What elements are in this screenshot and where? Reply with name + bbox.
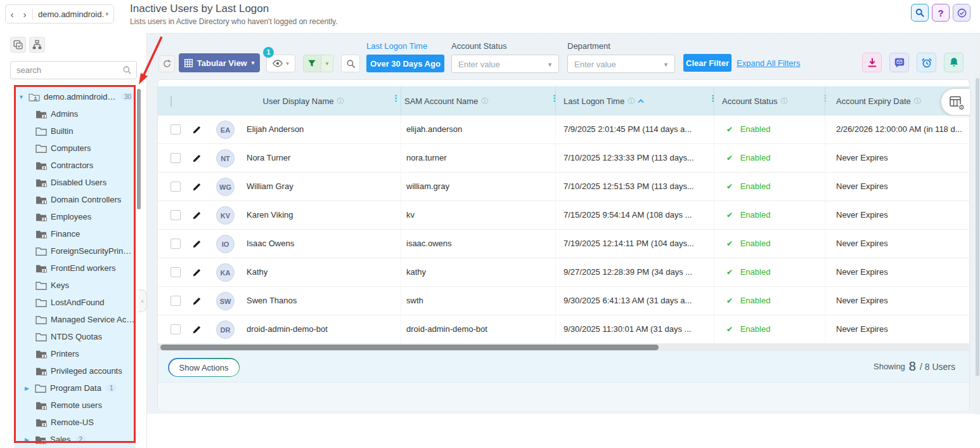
sidebar-scrollbar[interactable] bbox=[137, 89, 141, 209]
sidebar-search-input[interactable] bbox=[16, 62, 118, 78]
column-header-user-display-name[interactable]: User Display Nameⓘ bbox=[206, 86, 401, 115]
column-menu-icon[interactable]: ⋮ bbox=[392, 95, 400, 101]
filter-label: Department bbox=[567, 41, 675, 51]
info-icon[interactable]: ⓘ bbox=[337, 96, 344, 106]
tree-item[interactable]: ▼ demo.admindroid.local 30 bbox=[15, 88, 135, 105]
row-checkbox[interactable] bbox=[171, 296, 181, 306]
tree-item[interactable]: Remote-US bbox=[15, 414, 135, 431]
department-select[interactable]: Enter value ▼ bbox=[567, 55, 675, 73]
tree-item[interactable]: FrontEnd workers bbox=[15, 260, 135, 277]
info-icon[interactable]: ⓘ bbox=[780, 96, 787, 106]
tree-item[interactable]: ForeignSecurityPrincipals bbox=[15, 242, 135, 260]
info-icon[interactable]: ⓘ bbox=[628, 96, 635, 106]
table-row[interactable]: NT Nora Turner nora.turner 7/10/2025 12:… bbox=[158, 144, 969, 173]
nav-forward-icon[interactable]: › bbox=[18, 9, 31, 20]
table-search-button[interactable] bbox=[341, 55, 360, 72]
table-row[interactable]: EA Elijah Anderson elijah.anderson 7/9/2… bbox=[158, 115, 969, 144]
row-checkbox[interactable] bbox=[171, 181, 181, 192]
column-header-account-status[interactable]: Account Statusⓘ bbox=[722, 86, 787, 115]
horizontal-scrollbar[interactable] bbox=[158, 344, 969, 351]
table-row[interactable]: WG William Gray william.gray 7/10/2025 1… bbox=[158, 173, 969, 201]
tree-item[interactable]: Builtin bbox=[15, 122, 135, 140]
tree-item[interactable]: Managed Service Accoun... bbox=[15, 311, 135, 328]
last-logon-time-cell: 7/9/2025 2:01:45 PM (114 days a... bbox=[564, 124, 708, 134]
sort-ascending-icon[interactable] bbox=[638, 99, 644, 103]
global-search-button[interactable] bbox=[911, 4, 929, 22]
tree-item[interactable]: LostAndFound bbox=[15, 294, 135, 311]
domain-selector[interactable]: ‹ › demo.admindroid... ▾ bbox=[5, 4, 114, 23]
tree-item-label: Privileged accounts bbox=[51, 366, 122, 376]
table-row[interactable]: SW Swen Thanos swth 9/30/2025 6:41:13 AM… bbox=[158, 287, 969, 315]
row-checkbox[interactable] bbox=[171, 153, 181, 163]
tree-item[interactable]: Remote users bbox=[15, 397, 135, 414]
column-header-account-expiry-date[interactable]: Account Expiry Dateⓘ bbox=[836, 86, 921, 115]
column-menu-icon[interactable]: ⋮ bbox=[709, 95, 717, 101]
tree-item[interactable]: Finance bbox=[15, 225, 135, 242]
info-icon[interactable]: ⓘ bbox=[481, 96, 488, 106]
tree-item[interactable]: Privileged accounts bbox=[15, 362, 135, 379]
chevron-down-icon[interactable]: ▾ bbox=[321, 55, 333, 72]
tree-item[interactable]: Printers bbox=[15, 345, 135, 362]
tree-item[interactable]: Computers bbox=[15, 140, 135, 157]
hierarchy-view-button[interactable] bbox=[29, 37, 45, 53]
expand-all-filters-link[interactable]: Expand All Filters bbox=[737, 58, 800, 68]
tree-item[interactable]: Contractors bbox=[15, 157, 135, 174]
edit-icon[interactable] bbox=[192, 325, 202, 334]
select-all-checkbox[interactable] bbox=[171, 95, 172, 107]
account-status-select[interactable]: Enter value ▼ bbox=[451, 55, 559, 73]
column-header-last-logon-time[interactable]: Last Logon Timeⓘ bbox=[564, 86, 644, 115]
view-selector-button[interactable]: Tabular View ▾ bbox=[179, 53, 260, 72]
tree-item[interactable]: ▶ Sales 2 bbox=[15, 431, 135, 448]
table-row[interactable]: IO Isaac Owens isaac.owens 7/19/2025 12:… bbox=[158, 230, 969, 258]
info-icon[interactable]: ⓘ bbox=[914, 96, 921, 106]
edit-icon[interactable] bbox=[192, 125, 202, 135]
tree-caret-icon[interactable]: ▼ bbox=[18, 94, 29, 100]
account-status-cell: ✔ Enabled bbox=[726, 181, 822, 191]
user-display-name-cell: Isaac Owens bbox=[247, 239, 392, 248]
send-report-button[interactable] bbox=[889, 53, 909, 72]
row-checkbox[interactable] bbox=[171, 267, 181, 277]
row-checkbox[interactable] bbox=[171, 210, 181, 220]
column-header-sam-account-name[interactable]: SAM Account Nameⓘ bbox=[404, 86, 488, 115]
alerts-button[interactable] bbox=[944, 53, 964, 72]
table-row[interactable]: KA Kathy kathy 9/27/2025 12:28:39 PM (34… bbox=[158, 258, 969, 287]
horizontal-scrollbar-thumb[interactable] bbox=[160, 345, 659, 350]
history-button[interactable] bbox=[953, 4, 970, 22]
tree-caret-icon[interactable]: ▶ bbox=[25, 437, 35, 443]
edit-icon[interactable] bbox=[192, 296, 202, 306]
tree-item[interactable]: Disabled Users bbox=[15, 174, 135, 191]
edit-icon[interactable] bbox=[192, 268, 202, 277]
select-ou-button[interactable] bbox=[10, 37, 26, 53]
vertical-scrollbar-thumb[interactable] bbox=[976, 78, 979, 376]
table-row[interactable]: KV Karen Viking kv 7/15/2025 9:54:14 AM … bbox=[158, 201, 969, 230]
last-logon-filter-value-button[interactable]: Over 30 Days Ago bbox=[366, 55, 444, 72]
vertical-scrollbar[interactable] bbox=[975, 34, 980, 414]
tree-item[interactable]: Admins bbox=[15, 105, 135, 122]
tree-item[interactable]: Domain Controllers bbox=[15, 191, 135, 208]
export-button[interactable] bbox=[862, 53, 882, 72]
column-settings-button[interactable]: ⚙ bbox=[941, 88, 970, 115]
tree-item[interactable]: Employees bbox=[15, 208, 135, 225]
tree-item[interactable]: ▶ Program Data 1 bbox=[15, 379, 135, 397]
edit-icon[interactable] bbox=[192, 211, 202, 220]
show-actions-button[interactable]: Show Actions bbox=[168, 358, 240, 377]
tree-caret-icon[interactable]: ▶ bbox=[25, 385, 35, 392]
edit-icon[interactable] bbox=[192, 239, 202, 249]
tree-item[interactable]: NTDS Quotas bbox=[15, 328, 135, 345]
edit-icon[interactable] bbox=[192, 154, 202, 163]
table-row[interactable]: DR droid-admin-demo-bot droid-admin-demo… bbox=[158, 315, 969, 344]
folder-icon bbox=[35, 384, 46, 393]
row-checkbox[interactable] bbox=[171, 239, 181, 249]
row-checkbox[interactable] bbox=[171, 324, 181, 334]
tree-item[interactable]: Keys bbox=[15, 277, 135, 294]
nav-back-icon[interactable]: ‹ bbox=[6, 9, 18, 20]
help-button[interactable]: ? bbox=[932, 4, 950, 22]
clear-filter-button[interactable]: Clear Filter bbox=[683, 54, 732, 72]
row-checkbox[interactable] bbox=[171, 124, 181, 135]
filter-button[interactable]: ▾ bbox=[303, 55, 333, 72]
edit-icon[interactable] bbox=[192, 182, 202, 192]
refresh-button[interactable] bbox=[158, 55, 175, 72]
column-menu-icon[interactable]: ⋮ bbox=[550, 95, 558, 101]
schedule-button[interactable] bbox=[917, 53, 936, 72]
sidebar-collapse-handle[interactable]: ‹ bbox=[138, 289, 147, 312]
